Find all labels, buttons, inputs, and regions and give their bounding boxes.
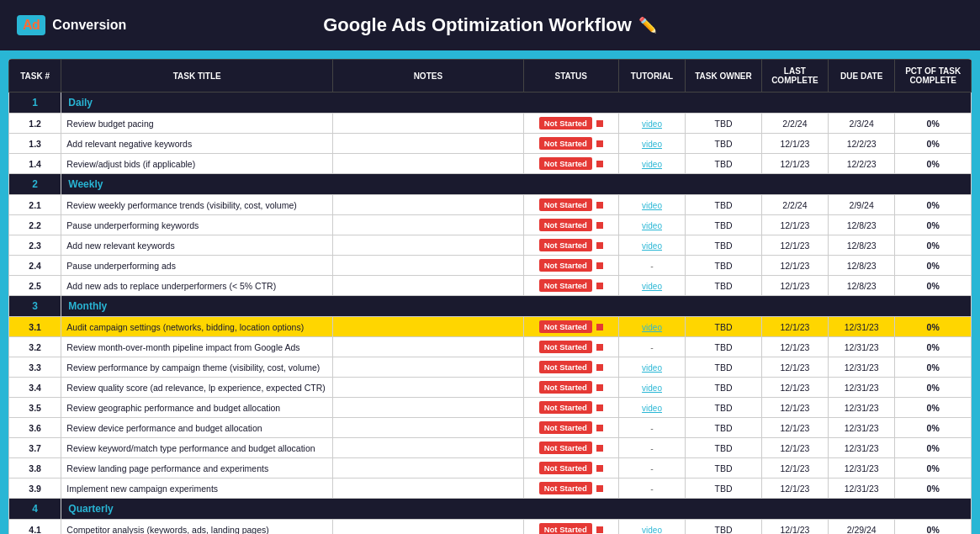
owner-cell: TBD <box>686 235 762 256</box>
table-row: 1.2 Review budget pacing Not Started vid… <box>9 114 972 134</box>
col-tutorial: TUTORIAL <box>618 60 685 93</box>
status-badge: Not Started <box>539 219 592 231</box>
due-date-cell: 12/8/23 <box>829 276 895 296</box>
table-row: 3.5 Review geographic performance and bu… <box>9 398 972 418</box>
due-date-cell: 12/31/23 <box>829 378 895 398</box>
pct-cell: 0% <box>895 114 972 134</box>
tutorial-cell: video <box>618 114 685 134</box>
status-badge: Not Started <box>539 198 592 211</box>
table-row: 3.3 Review performance by campaign theme… <box>9 357 972 378</box>
last-complete-cell: 2/2/24 <box>761 114 828 134</box>
status-cell: Not Started <box>523 378 618 398</box>
video-link[interactable]: video <box>642 119 662 129</box>
status-cell: Not Started <box>523 154 618 174</box>
pct-cell: 0% <box>895 458 972 478</box>
last-complete-cell: 12/1/23 <box>761 154 828 174</box>
status-badge: Not Started <box>539 361 592 373</box>
video-link[interactable]: video <box>642 160 662 169</box>
section-num: 3 <box>9 296 61 317</box>
task-num: 3.4 <box>9 378 61 398</box>
header: Ad Conversion Google Ads Optimization Wo… <box>0 0 980 50</box>
table-row: 1.4 Review/adjust bids (if applicable) N… <box>9 154 972 174</box>
pct-cell: 0% <box>895 317 972 337</box>
video-link[interactable]: video <box>642 282 662 291</box>
task-notes <box>333 458 524 478</box>
owner-cell: TBD <box>686 478 762 499</box>
due-date-cell: 12/31/23 <box>829 337 895 357</box>
task-title: Review quality score (ad relevance, lp e… <box>61 378 333 398</box>
tutorial-cell: - <box>618 418 685 438</box>
status-cell: Not Started <box>523 337 618 357</box>
task-notes <box>333 418 524 438</box>
last-complete-cell: 12/1/23 <box>761 256 828 276</box>
status-badge: Not Started <box>539 482 592 494</box>
task-num: 3.6 <box>9 418 61 438</box>
no-tutorial: - <box>650 484 654 494</box>
tutorial-cell: - <box>618 337 685 357</box>
due-date-cell: 12/31/23 <box>829 438 895 458</box>
table-row: 3.7 Review keyword/match type performanc… <box>9 438 972 458</box>
task-title: Review/adjust bids (if applicable) <box>61 154 333 174</box>
table-row: 2.4 Pause underperforming ads Not Starte… <box>9 256 972 276</box>
due-date-cell: 12/31/23 <box>829 478 895 499</box>
col-last-complete: LAST COMPLETE <box>761 60 828 93</box>
table-row: 2.2 Pause underperforming keywords Not S… <box>9 215 972 235</box>
table-row: 2.5 Add new ads to replace underperforme… <box>9 276 972 296</box>
section-label: Daily <box>61 93 972 114</box>
last-complete-cell: 12/1/23 <box>761 235 828 256</box>
owner-cell: TBD <box>686 458 762 478</box>
status-indicator <box>596 465 603 472</box>
video-link[interactable]: video <box>642 201 662 210</box>
video-link[interactable]: video <box>642 140 662 149</box>
status-indicator <box>596 445 603 452</box>
owner-cell: TBD <box>686 317 762 337</box>
status-indicator <box>596 262 603 269</box>
tutorial-cell: video <box>618 215 685 235</box>
task-notes <box>333 235 524 256</box>
status-indicator <box>596 526 603 533</box>
main-container: TASK # TASK TITLE NOTES STATUS TUTORIAL … <box>8 59 972 534</box>
task-title: Audit campaign settings (networks, biddi… <box>61 317 333 337</box>
tutorial-cell: video <box>618 195 685 215</box>
pct-cell: 0% <box>895 357 972 378</box>
video-link[interactable]: video <box>642 404 662 413</box>
status-badge: Not Started <box>539 421 592 434</box>
task-num: 3.5 <box>9 398 61 418</box>
video-link[interactable]: video <box>642 323 662 332</box>
pct-cell: 0% <box>895 215 972 235</box>
status-cell: Not Started <box>523 195 618 215</box>
task-title: Implement new campaign experiments <box>61 478 333 499</box>
video-link[interactable]: video <box>642 241 662 251</box>
task-notes <box>333 276 524 296</box>
no-tutorial: - <box>650 443 654 453</box>
pct-cell: 0% <box>895 235 972 256</box>
status-indicator <box>596 425 603 431</box>
owner-cell: TBD <box>686 114 762 134</box>
pct-cell: 0% <box>895 398 972 418</box>
video-link[interactable]: video <box>642 221 662 230</box>
status-cell: Not Started <box>523 276 618 296</box>
task-num: 2.2 <box>9 215 61 235</box>
section-row: 2 Weekly <box>9 174 972 195</box>
due-date-cell: 12/2/23 <box>829 134 895 154</box>
task-title: Review budget pacing <box>61 114 333 134</box>
owner-cell: TBD <box>686 256 762 276</box>
pct-cell: 0% <box>895 276 972 296</box>
pct-cell: 0% <box>895 337 972 357</box>
table-row: 1.3 Add relevant negative keywords Not S… <box>9 134 972 154</box>
task-num: 2.1 <box>9 195 61 215</box>
last-complete-cell: 12/1/23 <box>761 337 828 357</box>
video-link[interactable]: video <box>642 383 662 393</box>
table-row: 2.3 Add new relevant keywords Not Starte… <box>9 235 972 256</box>
tutorial-cell: video <box>618 398 685 418</box>
video-link[interactable]: video <box>642 363 662 373</box>
owner-cell: TBD <box>686 337 762 357</box>
task-title: Review device performance and budget all… <box>61 418 333 438</box>
status-indicator <box>596 404 603 411</box>
status-cell: Not Started <box>523 317 618 337</box>
table-row: 3.8 Review landing page performance and … <box>9 458 972 478</box>
section-row: 4 Quarterly <box>9 499 972 520</box>
last-complete-cell: 12/1/23 <box>761 215 828 235</box>
video-link[interactable]: video <box>642 526 662 535</box>
col-task-owner: TASK OWNER <box>686 60 762 93</box>
